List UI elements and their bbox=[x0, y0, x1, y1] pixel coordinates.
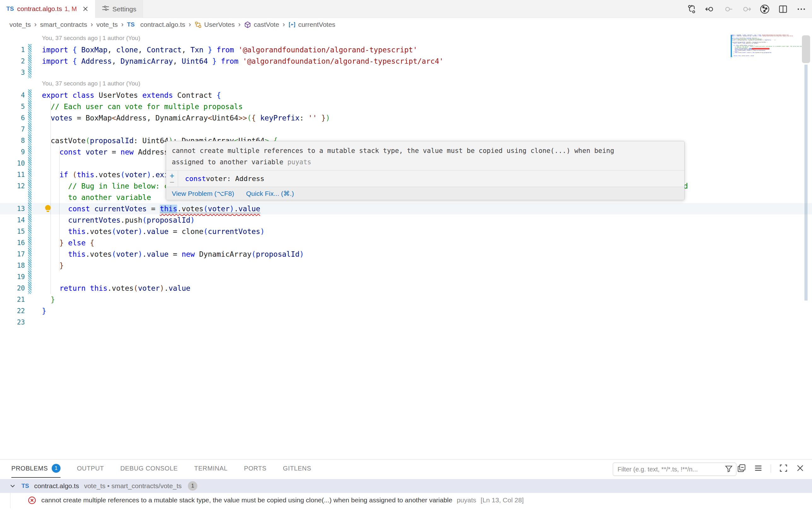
code-text: import { BoxMap, clone, Contract, Txn } … bbox=[42, 44, 417, 56]
maximize-panel-icon[interactable] bbox=[779, 464, 788, 474]
scrollbar-thumb[interactable] bbox=[802, 35, 810, 63]
error-underlined-expression[interactable]: this.votes(voter).value bbox=[160, 205, 260, 213]
split-editor-icon[interactable] bbox=[778, 4, 788, 14]
hover-verbosity-controls: + − bbox=[166, 171, 178, 187]
next-change-icon[interactable] bbox=[741, 4, 752, 14]
code-line[interactable]: 16 } else { bbox=[0, 237, 812, 248]
problem-row[interactable]: cannot create multiple references to a m… bbox=[0, 493, 812, 507]
problem-location: [Ln 13, Col 28] bbox=[481, 496, 524, 504]
view-problem-link[interactable]: View Problem (⌥F8) bbox=[172, 190, 234, 197]
tab-settings[interactable]: Settings bbox=[96, 0, 143, 18]
code-text: const currentVotes = this.votes(voter).v… bbox=[42, 203, 260, 214]
close-panel-icon[interactable] bbox=[796, 464, 804, 474]
code-text: return this.votes(voter).value bbox=[42, 283, 190, 294]
code-line[interactable]: 3 bbox=[0, 67, 812, 78]
breadcrumb-item-method[interactable]: castVote bbox=[244, 21, 279, 28]
minimap[interactable]: import { BoxMap, clone, Contract, Txn } … bbox=[731, 35, 802, 72]
minus-icon[interactable]: − bbox=[170, 179, 174, 185]
gutter-modified-indicator bbox=[28, 248, 31, 260]
divider bbox=[771, 465, 771, 473]
code-line[interactable]: 2import { Address, DynamicArray, Uint64 … bbox=[0, 56, 812, 67]
code-line[interactable]: 21 } bbox=[0, 294, 812, 305]
problems-file-path: vote_ts • smart_contracts/vote_ts bbox=[84, 482, 182, 490]
code-line[interactable]: 14 currentVotes.push(proposalId) bbox=[0, 214, 812, 226]
more-actions-icon[interactable] bbox=[796, 4, 806, 14]
code-line[interactable]: 5 // Each user can vote for multiple pro… bbox=[0, 101, 812, 112]
tab-bar: TS contract.algo.ts 1, M Settings bbox=[0, 0, 812, 18]
code-line[interactable]: 20 return this.votes(voter).value bbox=[0, 283, 812, 294]
panel-tab-output[interactable]: OUTPUT bbox=[77, 459, 104, 478]
code-line[interactable]: 17 this.votes(voter).value = new Dynamic… bbox=[0, 248, 812, 260]
gutter-modified-indicator bbox=[28, 283, 31, 294]
line-number: 20 bbox=[0, 283, 25, 294]
line-number: 13 bbox=[0, 203, 25, 214]
tab-contract-algo-ts[interactable]: TS contract.algo.ts 1, M bbox=[0, 0, 96, 18]
gutter-modified-indicator bbox=[28, 180, 31, 192]
gutter-modified-indicator bbox=[28, 146, 31, 158]
panel-tab-ports[interactable]: PORTS bbox=[244, 459, 267, 478]
hover-status-bar: View Problem (⌥F8) Quick Fix... (⌘.) bbox=[166, 187, 684, 200]
gutter-modified-indicator bbox=[28, 158, 31, 169]
code-line[interactable]: 4export class UserVotes extends Contract… bbox=[0, 89, 812, 101]
line-number: 1 bbox=[0, 44, 25, 56]
open-previous-change-icon[interactable] bbox=[705, 4, 715, 14]
code-line[interactable]: 6 votes = BoxMap<Address, DynamicArray<U… bbox=[0, 112, 812, 124]
breadcrumb-item-class[interactable]: UserVotes bbox=[194, 21, 235, 28]
problem-message: cannot create multiple references to a m… bbox=[41, 496, 452, 504]
code-line[interactable]: 22} bbox=[0, 305, 812, 317]
problems-file-row[interactable]: TS contract.algo.ts vote_ts • smart_cont… bbox=[0, 479, 812, 493]
code-line[interactable]: 1import { BoxMap, clone, Contract, Txn }… bbox=[0, 44, 812, 56]
code-line[interactable]: 15 this.votes(voter).value = clone(curre… bbox=[0, 226, 812, 237]
line-number: 7 bbox=[0, 124, 25, 135]
panel-tab-terminal[interactable]: TERMINAL bbox=[194, 459, 228, 478]
panel-tab-gitlens[interactable]: GITLENS bbox=[283, 459, 311, 478]
breadcrumb-item-folder[interactable]: vote_ts bbox=[10, 21, 31, 28]
variable-icon bbox=[288, 21, 296, 28]
code-text: } bbox=[42, 294, 55, 305]
quick-fix-link[interactable]: Quick Fix... (⌘.) bbox=[246, 190, 294, 197]
breadcrumb-item-variable[interactable]: currentVotes bbox=[288, 21, 335, 28]
previous-change-icon[interactable] bbox=[723, 4, 733, 14]
chevron-down-icon[interactable] bbox=[9, 482, 16, 490]
line-number: 18 bbox=[0, 260, 25, 271]
code-line[interactable]: 23 bbox=[0, 317, 812, 328]
view-mode-icon[interactable] bbox=[754, 464, 763, 474]
collapse-all-icon[interactable] bbox=[737, 464, 746, 474]
breadcrumb-item-folder[interactable]: vote_ts bbox=[97, 21, 118, 28]
code-line[interactable]: 13 const currentVotes = this.votes(voter… bbox=[0, 203, 812, 214]
close-icon[interactable] bbox=[82, 5, 89, 12]
line-number: 5 bbox=[0, 101, 25, 112]
breadcrumb-item-file[interactable]: TS contract.algo.ts bbox=[127, 21, 185, 28]
code-text: export class UserVotes extends Contract … bbox=[42, 89, 221, 101]
code-text: to another variable bbox=[42, 192, 151, 203]
gutter-modified-indicator bbox=[28, 112, 31, 124]
blame-text: You, 37 seconds ago | 1 author (You) bbox=[42, 78, 140, 89]
chevron-right-separator: › bbox=[189, 20, 191, 29]
scrollbar-track[interactable] bbox=[804, 65, 808, 300]
hover-message: cannot create multiple references to a m… bbox=[166, 141, 684, 170]
filter-input[interactable] bbox=[618, 466, 725, 473]
line-number: 22 bbox=[0, 305, 25, 317]
panel-tab-debug-console[interactable]: DEBUG CONSOLE bbox=[120, 459, 178, 478]
editor-toolbar bbox=[686, 0, 806, 18]
settings-sliders-icon bbox=[102, 4, 110, 14]
typescript-file-icon: TS bbox=[21, 483, 29, 489]
code-line[interactable]: 18 } bbox=[0, 260, 812, 271]
gutter-modified-indicator bbox=[28, 214, 31, 226]
code-line[interactable]: 19 bbox=[0, 271, 812, 283]
chevron-right-separator: › bbox=[34, 20, 37, 29]
panel-tab-problems[interactable]: PROBLEMS 1 bbox=[11, 459, 60, 478]
commit-graph-icon[interactable] bbox=[760, 4, 770, 14]
code-text: } bbox=[42, 260, 64, 271]
code-editor[interactable]: You, 37 seconds ago | 1 author (You)1imp… bbox=[0, 31, 812, 459]
filter-funnel-icon[interactable] bbox=[725, 465, 733, 474]
problems-filter bbox=[613, 463, 736, 476]
open-changes-icon[interactable] bbox=[686, 4, 697, 14]
gutter-modified-indicator bbox=[28, 260, 31, 271]
panel-tab-bar: PROBLEMS 1 OUTPUT DEBUG CONSOLE TERMINAL… bbox=[11, 459, 311, 478]
code-line[interactable]: 7 bbox=[0, 124, 812, 135]
hover-message-line2: assigned to another variable bbox=[172, 158, 288, 166]
gutter-modified-indicator bbox=[28, 135, 31, 146]
breadcrumb-item-folder[interactable]: smart_contracts bbox=[40, 21, 87, 28]
chevron-right-separator: › bbox=[121, 20, 123, 29]
